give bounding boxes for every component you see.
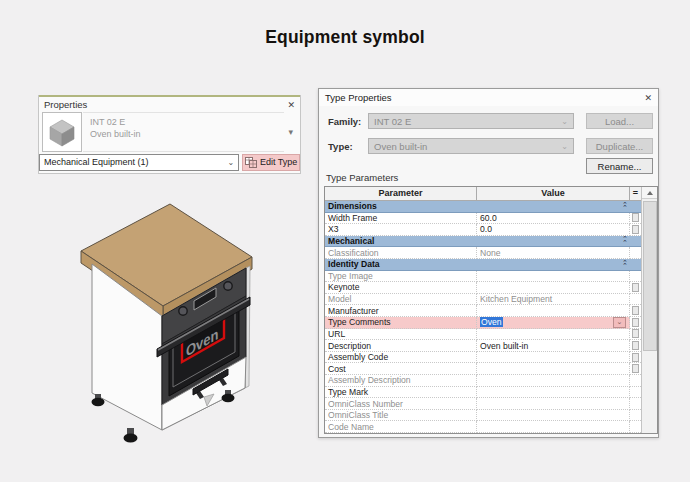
properties-panel: Properties ✕ INT 02 E Oven built-in ▾ Me… [38,95,301,174]
param-row-manufacturer[interactable]: Manufacturer [325,305,641,317]
param-row-width-frame[interactable]: Width Frame 60.0 [325,213,641,225]
param-name: Code Name [325,421,477,433]
formula-button[interactable] [632,329,639,338]
param-name: Assembly Description [325,375,477,387]
param-row-cost[interactable]: Cost [325,363,641,375]
param-name: Classification [325,247,477,259]
formula-button[interactable] [632,318,639,327]
formula-button[interactable] [632,225,639,234]
chevron-down-icon: ⌄ [228,158,235,167]
formula-button[interactable] [632,306,639,315]
group-row-identity-data[interactable]: Identity Data [325,259,641,271]
param-name: Width Frame [325,213,477,225]
param-row-omniclass-title: OmniClass Title [325,410,641,422]
param-row-code-name: Code Name [325,421,641,433]
chevron-down-icon: ⌄ [561,117,568,126]
formula-button[interactable] [632,213,639,222]
param-row-type-comments[interactable]: Type Comments Oven ⌄ [325,317,641,329]
type-combo[interactable]: Oven built-in ⌄ [368,138,574,154]
rename-button[interactable]: Rename... [586,158,653,174]
param-name: Type Image [325,271,477,283]
param-row-type-mark[interactable]: Type Mark [325,387,641,399]
element-selector-value: Mechanical Equipment (1) [44,157,149,167]
chevron-down-icon[interactable]: ▾ [284,127,297,137]
param-row-omniclass-number: OmniClass Number [325,398,641,410]
formula-button[interactable] [632,364,639,373]
param-value[interactable]: 60.0 [477,213,630,225]
param-name: Cost [325,363,477,375]
group-row-dimensions[interactable]: Dimensions [325,201,641,213]
type-parameters-label: Type Parameters [326,172,398,183]
param-value [477,271,630,283]
dialog-title: Type Properties [325,92,392,103]
param-value[interactable] [477,329,630,341]
collapse-icon[interactable] [622,203,630,210]
param-name: Type Mark [325,387,477,399]
group-row-mechanical[interactable]: Mechanical [325,236,641,248]
param-row-x3[interactable]: X3 0.0 [325,224,641,236]
close-icon[interactable]: ✕ [287,100,295,110]
element-selector-combo[interactable]: Mechanical Equipment (1) ⌄ [39,154,239,171]
param-name: Assembly Code [325,352,477,364]
chevron-down-icon: ⌄ [561,142,568,151]
param-value[interactable]: Oven built-in [477,340,630,352]
param-value [477,421,630,433]
table-scrollbar[interactable] [641,187,657,433]
param-row-assembly-code[interactable]: Assembly Code [325,352,641,364]
param-value[interactable] [477,282,630,294]
type-value: Oven built-in [374,141,427,152]
param-row-assembly-description: Assembly Description [325,375,641,387]
scrollbar-thumb[interactable] [643,201,657,351]
formula-button[interactable] [632,353,639,362]
param-name: URL [325,329,477,341]
arrow-up-icon [647,191,653,195]
param-value[interactable]: 0.0 [477,224,630,236]
edit-type-icon [245,156,257,168]
param-row-description[interactable]: Description Oven built-in [325,340,641,352]
scroll-up-button[interactable] [642,187,657,199]
value-column-header[interactable]: Value [477,187,630,200]
param-name: Description [325,340,477,352]
param-row-url[interactable]: URL [325,329,641,341]
formula-column-header: = [630,187,641,200]
group-label: Mechanical [328,236,374,246]
param-value[interactable] [477,387,630,399]
formula-button[interactable] [632,283,639,292]
param-row-classification: Classification None [325,247,641,259]
group-label: Identity Data [328,259,380,269]
table-header-row: Parameter Value = [325,187,641,201]
param-value [477,410,630,422]
param-row-model: Model Kitchen Equipment [325,294,641,306]
page-title: Equipment symbol [0,27,690,48]
close-icon[interactable]: ✕ [644,93,652,103]
selected-family-name: INT 02 E [90,116,284,128]
collapse-icon[interactable] [622,261,630,268]
param-name: OmniClass Number [325,398,477,410]
value-dropdown-button[interactable]: ⌄ [613,317,626,328]
param-name: X3 [325,224,477,236]
oven-3d-view: Oven [55,190,295,455]
param-value: None [477,247,630,259]
param-value[interactable] [477,305,630,317]
param-value [477,398,630,410]
type-parameters-table: Parameter Value = Dimensions Width Frame… [324,186,658,434]
group-label: Dimensions [328,201,377,211]
param-value[interactable] [477,352,630,364]
formula-button[interactable] [632,341,639,350]
edit-type-label: Edit Type [260,157,297,167]
param-value-editing[interactable]: Oven ⌄ [477,317,630,329]
parameter-column-header[interactable]: Parameter [325,187,477,200]
family-combo[interactable]: INT 02 E ⌄ [368,113,574,129]
selected-value-text: Oven [480,317,503,327]
param-value [477,375,630,387]
param-row-keynote[interactable]: Keynote [325,282,641,294]
duplicate-button[interactable]: Duplicate... [586,138,653,154]
param-value: Kitchen Equipment [477,294,630,306]
oven-knob-right [224,282,232,290]
edit-type-button[interactable]: Edit Type [242,154,300,171]
param-value[interactable] [477,363,630,375]
load-button[interactable]: Load... [586,113,653,129]
properties-panel-title: Properties [44,99,87,110]
collapse-icon[interactable] [622,237,630,244]
cube-icon [45,115,79,149]
